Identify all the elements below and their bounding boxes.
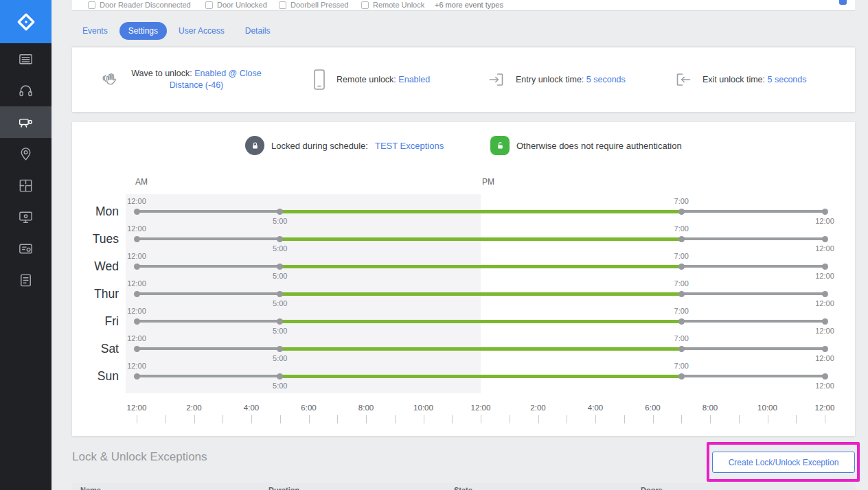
axis-tick xyxy=(538,415,539,423)
timeline-dot xyxy=(134,373,140,380)
checkbox-door-reader-disconnected[interactable] xyxy=(88,1,95,9)
timeline-dot xyxy=(277,209,283,215)
tab-user-access[interactable]: User Access xyxy=(170,22,233,40)
setting-label: Remote unlock: xyxy=(336,75,396,84)
column-header-doors: Doors xyxy=(641,486,663,490)
sidebar-item-logs[interactable] xyxy=(0,264,52,296)
time-label: 12:00 xyxy=(127,279,146,288)
axis-tick xyxy=(165,415,166,423)
setting-value-link[interactable]: Enabled xyxy=(398,75,430,84)
axis-label: 6:00 xyxy=(301,404,316,412)
access-controller-icon xyxy=(18,241,34,257)
day-label-fri: Fri xyxy=(82,314,119,329)
filter-label: Door Unlocked xyxy=(217,1,267,9)
axis-tick xyxy=(595,415,596,423)
event-filter-door-unlocked: Door Unlocked xyxy=(205,1,267,9)
timeline-dot xyxy=(277,346,283,352)
time-label: 7:00 xyxy=(674,307,689,315)
timeline-dot xyxy=(134,291,140,297)
time-label: 12:00 xyxy=(127,252,146,260)
column-header-name: Name xyxy=(80,486,101,490)
sidebar-item-location[interactable] xyxy=(0,138,52,170)
axis-tick xyxy=(309,415,310,423)
time-label: 5:00 xyxy=(273,382,287,390)
timeline-dot xyxy=(822,264,828,270)
checkbox-doorbell-pressed[interactable] xyxy=(279,1,286,9)
am-label: AM xyxy=(135,177,148,187)
axis-tick xyxy=(280,415,281,423)
unlocked-segment xyxy=(280,292,682,296)
setting-value-link[interactable]: 5 seconds xyxy=(768,75,807,84)
timeline-dot xyxy=(678,373,685,380)
day-label-mon: Mon xyxy=(82,204,119,219)
more-event-types[interactable]: +6 more event types xyxy=(435,1,503,9)
axis-label: 10:00 xyxy=(757,404,777,412)
unlocked-segment xyxy=(280,347,682,351)
day-label-sat: Sat xyxy=(82,341,119,356)
time-label: 12:00 xyxy=(815,354,834,362)
exit-door-icon xyxy=(674,71,692,88)
locked-segment xyxy=(137,237,280,240)
axis-tick xyxy=(424,415,424,423)
time-label: 12:00 xyxy=(127,334,146,342)
setting-text: Remote unlock: Enabled xyxy=(336,74,430,86)
weekly-schedule-chart: AM PM Mon12:007:005:0012:00Tues12:007:00… xyxy=(72,122,855,436)
logo-diamond-icon xyxy=(16,12,36,32)
support-headset-icon xyxy=(18,83,34,99)
filter-label: Remote Unlock xyxy=(373,1,424,9)
time-label: 12:00 xyxy=(127,307,146,315)
create-exception-button[interactable]: Create Lock/Unlock Exception xyxy=(712,452,855,473)
timeline-dot xyxy=(678,236,685,242)
unlocked-segment xyxy=(280,375,682,378)
timeline-dot xyxy=(277,373,283,380)
locked-segment xyxy=(681,375,825,377)
checkbox-door-unlocked[interactable] xyxy=(205,1,213,9)
column-header-duration: Duration xyxy=(269,486,299,490)
sidebar-item-video-wall[interactable] xyxy=(0,43,52,75)
setting-remote-unlock: Remote unlock: Enabled xyxy=(312,69,430,91)
timeline-dot xyxy=(134,346,140,352)
pm-label: PM xyxy=(482,177,494,187)
tab-details[interactable]: Details xyxy=(236,22,279,40)
timeline-dot xyxy=(822,346,828,352)
camera-icon xyxy=(18,115,34,130)
sidebar-item-cameras[interactable] xyxy=(0,106,52,138)
location-pin-icon xyxy=(18,146,34,162)
sidebar-nav xyxy=(0,43,52,296)
top-right-icon[interactable] xyxy=(839,0,847,5)
locked-segment xyxy=(137,320,280,323)
setting-value-link[interactable]: 5 seconds xyxy=(586,75,626,84)
timeline-dot xyxy=(678,291,685,297)
time-label: 5:00 xyxy=(273,217,287,225)
timeline-dot xyxy=(134,209,140,215)
entry-door-icon xyxy=(488,71,505,88)
exceptions-section-title: Lock & Unlock Exceptions xyxy=(72,450,207,464)
time-label: 12:00 xyxy=(127,362,146,370)
axis-tick xyxy=(194,415,195,423)
axis-tick xyxy=(251,415,252,423)
column-header-state: State xyxy=(454,486,472,490)
sidebar-item-support[interactable] xyxy=(0,75,52,106)
filter-label: Doorbell Pressed xyxy=(290,1,348,9)
sidebar-item-viewing-station[interactable] xyxy=(0,201,52,233)
timeline-dot xyxy=(277,236,283,242)
sidebar-item-access-controller[interactable] xyxy=(0,233,52,264)
setting-entry-unlock-time: Entry unlock time: 5 seconds xyxy=(488,71,626,88)
axis-tick xyxy=(452,415,453,423)
floorplan-icon xyxy=(18,178,34,194)
phone-icon xyxy=(312,69,326,91)
sidebar-item-floorplan[interactable] xyxy=(0,170,52,201)
tab-settings[interactable]: Settings xyxy=(119,22,167,40)
axis-tick xyxy=(681,415,682,423)
sidebar xyxy=(0,0,52,490)
time-label: 12:00 xyxy=(815,327,834,335)
app-logo[interactable] xyxy=(0,0,52,43)
wave-icon xyxy=(102,71,118,88)
time-label: 7:00 xyxy=(674,224,689,233)
tab-events[interactable]: Events xyxy=(73,22,117,40)
timeline-dot xyxy=(134,264,140,270)
time-label: 5:00 xyxy=(273,327,287,335)
axis-label: 2:00 xyxy=(186,404,201,412)
checkbox-remote-unlock[interactable] xyxy=(361,1,369,9)
locked-segment xyxy=(137,375,280,377)
